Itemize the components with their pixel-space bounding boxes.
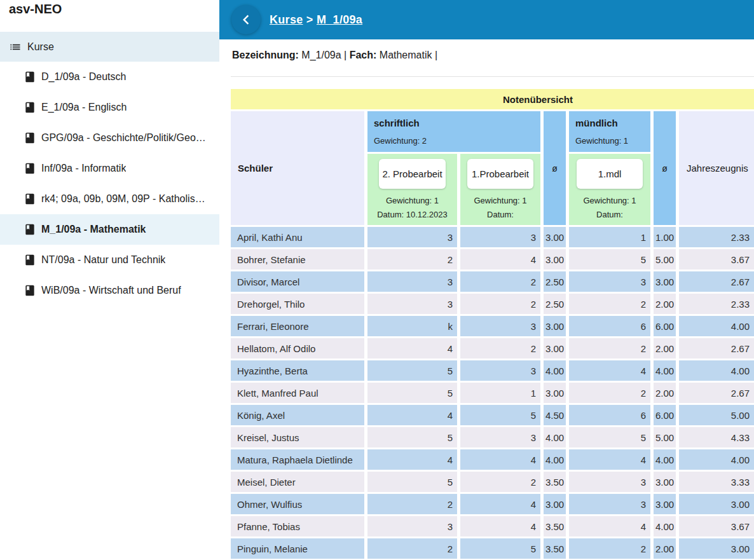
oral-average-cell: 2.00	[654, 294, 676, 314]
breadcrumb-current-link[interactable]: M_1/09a	[317, 13, 362, 26]
exam-name-button[interactable]: 1.Probearbeit	[467, 159, 533, 189]
sidebar-item-kurse[interactable]: Kurse	[0, 32, 219, 62]
written-grade-cell[interactable]: 5	[367, 472, 457, 492]
sidebar-section-label: Kurse	[27, 41, 54, 53]
student-row: Klett, Manfred Paul513.0022.002.67	[231, 383, 754, 403]
written-average-cell: 3.00	[544, 249, 566, 270]
written-grade-cell[interactable]: 2	[367, 494, 457, 514]
back-button[interactable]	[231, 5, 261, 34]
written-grade-cell[interactable]: 2	[460, 472, 540, 492]
written-grade-cell[interactable]: 5	[367, 360, 457, 381]
sidebar-course-item[interactable]: Inf/09a - Informatik	[0, 153, 219, 184]
sidebar-course-item[interactable]: E_1/09a - Englisch	[0, 92, 219, 123]
oral-grade-cell[interactable]: 2	[569, 538, 650, 559]
oral-grade-cell[interactable]: 4	[569, 516, 650, 536]
written-grade-cell[interactable]: 2	[460, 294, 540, 314]
written-grade-cell[interactable]: 2	[460, 271, 540, 292]
book-icon	[24, 71, 36, 83]
chevron-left-icon	[236, 10, 256, 29]
written-grade-cell[interactable]: 4	[460, 249, 540, 270]
oral-grade-cell[interactable]: 6	[569, 405, 650, 425]
sidebar-course-item[interactable]: rk4; 09a, 09b, 09M, 09P - Katholis…	[0, 184, 219, 214]
final-grade-cell: 4.33	[679, 427, 754, 447]
written-grade-cell[interactable]: 2	[460, 338, 540, 359]
written-grade-cell[interactable]: 3	[460, 427, 540, 447]
student-row: Pfanne, Tobias343.5044.003.67	[231, 516, 754, 536]
written-grade-cell[interactable]: 4	[367, 449, 457, 470]
written-grade-cell[interactable]: 4	[460, 516, 540, 536]
student-column-header: Schüler	[231, 111, 364, 225]
final-grade-cell: 3.00	[679, 538, 754, 559]
oral-grade-cell[interactable]: 2	[569, 338, 650, 359]
written-grade-cell[interactable]: 5	[367, 383, 457, 403]
written-grade-cell[interactable]: 4	[367, 338, 457, 359]
sidebar-course-item[interactable]: D_1/09a - Deutsch	[0, 62, 219, 92]
exam-header-cell: 1.ProbearbeitGewichtung: 1Datum:	[460, 154, 540, 225]
oral-grade-cell[interactable]: 5	[569, 427, 650, 447]
oral-grade-cell[interactable]: 4	[569, 449, 650, 470]
oral-average-cell: 5.00	[654, 427, 676, 447]
oral-grade-cell[interactable]: 3	[569, 494, 650, 514]
oral-grade-cell[interactable]: 3	[569, 271, 650, 292]
breadcrumb-kurse-link[interactable]: Kurse	[270, 13, 303, 26]
oral-average-cell: 2.00	[654, 338, 676, 359]
student-name-cell: König, Axel	[231, 405, 364, 425]
final-grade-cell: 2.67	[679, 383, 754, 403]
sidebar-course-item[interactable]: M_1/09a - Mathematik	[0, 214, 219, 245]
written-grade-cell[interactable]: 3	[460, 360, 540, 381]
written-grade-cell[interactable]: 2	[367, 249, 457, 270]
written-grade-cell[interactable]: k	[367, 316, 457, 336]
written-grade-cell[interactable]: 3	[367, 227, 457, 247]
oral-grade-cell[interactable]: 5	[569, 249, 650, 270]
final-grade-cell: 4.00	[679, 316, 754, 336]
oral-average-cell: 4.00	[654, 449, 676, 470]
oral-average-cell: 1.00	[654, 227, 676, 247]
course-list: D_1/09a - DeutschE_1/09a - EnglischGPG/0…	[0, 62, 219, 306]
exam-name-button[interactable]: 1.mdl	[577, 159, 643, 189]
list-icon	[9, 41, 22, 53]
grades-tbody: April, Kathi Anu333.0011.002.33Bohrer, S…	[231, 227, 754, 559]
oral-grade-cell[interactable]: 6	[569, 316, 650, 336]
course-label: NT/09a - Natur und Technik	[41, 254, 165, 266]
written-grade-cell[interactable]: 5	[460, 538, 540, 559]
written-grade-cell[interactable]: 4	[367, 405, 457, 425]
course-label: D_1/09a - Deutsch	[41, 71, 126, 83]
oral-grade-cell[interactable]: 2	[569, 294, 650, 314]
written-grade-cell[interactable]: 4	[460, 449, 540, 470]
written-grade-cell[interactable]: 5	[367, 427, 457, 447]
student-name-cell: Pfanne, Tobias	[231, 516, 364, 536]
oral-average-cell: 6.00	[654, 405, 676, 425]
student-row: April, Kathi Anu333.0011.002.33	[231, 227, 754, 247]
student-name-cell: Ferrari, Eleonore	[231, 316, 364, 336]
sidebar-course-item[interactable]: WiB/09a - Wirtschaft und Beruf	[0, 275, 219, 306]
written-average-cell: 2.50	[544, 294, 566, 314]
written-grade-cell[interactable]: 2	[367, 538, 457, 559]
oral-grade-cell[interactable]: 1	[569, 227, 650, 247]
course-label: WiB/09a - Wirtschaft und Beruf	[41, 285, 181, 296]
sidebar-course-item[interactable]: GPG/09a - Geschichte/Politik/Geo…	[0, 123, 219, 153]
exam-date: Datum:	[464, 210, 537, 219]
course-info: Bezeichnung: M_1/09a | Fach: Mathematik …	[231, 39, 754, 77]
oral-grade-cell[interactable]: 4	[569, 360, 650, 381]
written-grade-cell[interactable]: 3	[367, 294, 457, 314]
info-label-bezeichnung: Bezeichnung:	[232, 50, 299, 60]
book-icon	[24, 223, 36, 236]
grades-table: Notenübersicht Schüler schriftlich Gewic…	[228, 87, 754, 560]
exam-weight: Gewichtung: 1	[573, 196, 647, 205]
written-grade-cell[interactable]: 4	[460, 494, 540, 514]
written-grade-cell[interactable]: 3	[367, 516, 457, 536]
written-grade-cell[interactable]: 3	[460, 316, 540, 336]
oral-average-cell: 6.00	[654, 316, 676, 336]
oral-average-cell: 4.00	[654, 516, 676, 536]
written-grade-cell[interactable]: 3	[460, 227, 540, 247]
final-grade-cell: 3.00	[679, 494, 754, 514]
course-label: M_1/09a - Mathematik	[41, 224, 146, 235]
written-grade-cell[interactable]: 1	[460, 383, 540, 403]
sidebar-course-item[interactable]: NT/09a - Natur und Technik	[0, 245, 219, 275]
exam-name-button[interactable]: 2. Probearbeit	[379, 159, 445, 189]
oral-grade-cell[interactable]: 3	[569, 472, 650, 492]
oral-grade-cell[interactable]: 2	[569, 383, 650, 403]
exam-weight: Gewichtung: 1	[371, 196, 453, 205]
written-grade-cell[interactable]: 3	[367, 271, 457, 292]
written-grade-cell[interactable]: 5	[460, 405, 540, 425]
